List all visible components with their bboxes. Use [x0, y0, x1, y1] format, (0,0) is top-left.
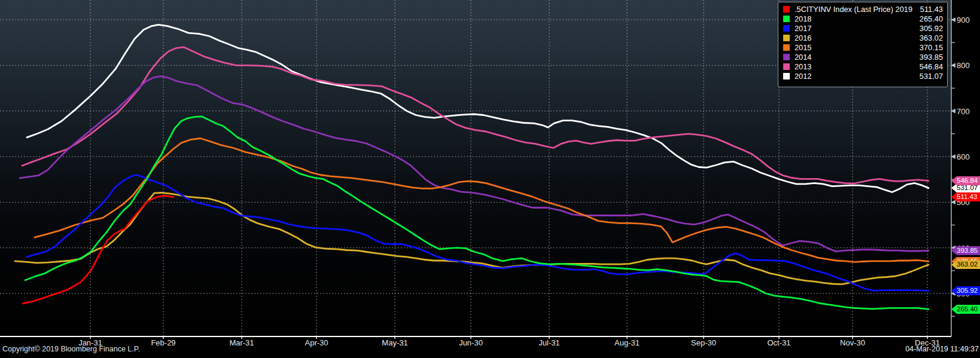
legend-label: 2013	[795, 62, 811, 71]
x-tick-label: Feb-29	[151, 338, 175, 347]
legend-swatch-icon	[783, 73, 790, 79]
legend-value: 370.15	[920, 43, 943, 52]
legend-value: 305.92	[920, 24, 943, 33]
x-tick-label: Mar-31	[229, 338, 254, 347]
legend-row-2017[interactable]: 2017305.92	[778, 23, 947, 33]
copyright-text: Copyright© 2019 Bloomberg Finance L.P.	[2, 345, 140, 353]
legend-value: 546.84	[920, 62, 943, 71]
legend-row-2018[interactable]: 2018265.40	[778, 14, 947, 23]
legend-row-index-2019[interactable]: .5CITYINV Index (Last Price) 2019511.43	[778, 4, 947, 14]
legend-swatch-icon	[783, 6, 790, 13]
legend-row-2015[interactable]: 2015370.15	[778, 42, 947, 52]
legend-label: .5CITYINV Index (Last Price) 2019	[795, 5, 912, 14]
legend-label: 2016	[795, 33, 811, 42]
legend-label: 2012	[795, 72, 811, 81]
legend-value: 511.43	[920, 5, 943, 14]
legend-value: 363.02	[920, 33, 943, 42]
legend-label: 2018	[795, 14, 811, 23]
legend-value: 265.40	[920, 14, 943, 23]
timestamp-text: 04-Mar-2019 11:49:37	[905, 345, 979, 353]
y-tick-label: 600	[957, 152, 970, 161]
price-flag-265.40: 265.40	[951, 305, 980, 314]
y-tick-label: 900	[957, 16, 970, 25]
x-tick-label: Nov-30	[840, 338, 865, 347]
legend-row-2016[interactable]: 2016363.02	[778, 33, 947, 42]
legend: .5CITYINV Index (Last Price) 2019511.432…	[778, 2, 948, 87]
legend-swatch-icon	[783, 25, 790, 32]
legend-swatch-icon	[783, 16, 790, 22]
y-tick-label: 700	[957, 106, 970, 115]
price-flag-393.85: 393.85	[951, 246, 980, 255]
price-flag-511.43: 511.43	[951, 192, 980, 201]
legend-swatch-icon	[783, 54, 790, 60]
legend-swatch-icon	[783, 35, 790, 41]
price-flag-305.92: 305.92	[951, 286, 980, 295]
legend-label: 2015	[795, 43, 811, 52]
legend-swatch-icon	[783, 63, 790, 70]
legend-row-2013[interactable]: 2013546.84	[778, 62, 947, 71]
y-tick-label: 800	[957, 61, 970, 70]
legend-label: 2014	[795, 53, 811, 62]
x-tick-label: Sep-30	[691, 338, 716, 347]
legend-value: 531.07	[920, 72, 943, 81]
legend-label: 2017	[795, 24, 811, 33]
x-tick-label: Oct-31	[767, 338, 790, 347]
legend-row-2012[interactable]: 2012531.07	[778, 71, 947, 81]
x-tick-label: May-31	[382, 338, 407, 347]
price-flag-363.02: 363.02	[951, 260, 980, 269]
legend-row-2014[interactable]: 2014393.85	[778, 52, 947, 62]
x-tick-label: Aug-31	[614, 338, 640, 347]
price-flag-546.84: 546.84	[951, 176, 980, 185]
x-tick-label: Jul-31	[538, 338, 559, 347]
legend-swatch-icon	[783, 44, 790, 51]
x-tick-label: Jun-30	[459, 338, 483, 347]
legend-value: 393.85	[920, 53, 943, 62]
x-tick-label: Apr-30	[305, 338, 328, 347]
